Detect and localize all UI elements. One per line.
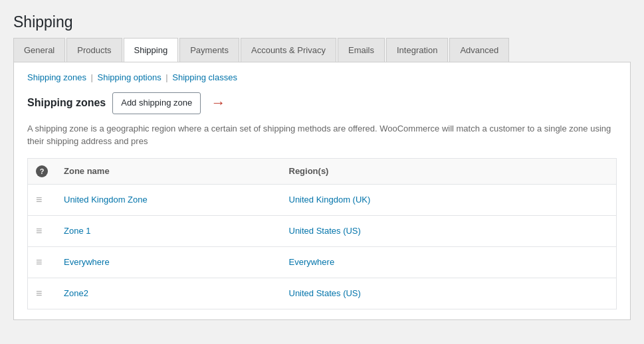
tab-integration[interactable]: Integration	[386, 38, 448, 62]
zone-name-cell: Zone2	[56, 278, 281, 309]
zone-name-link[interactable]: Everywhere	[64, 257, 110, 267]
th-zone-name: Zone name	[56, 158, 281, 184]
region-value: United States (US)	[289, 226, 361, 236]
shipping-zones-table: ? Zone name Region(s) ≡ United Kingdom Z…	[27, 158, 617, 309]
tabs-nav: General Products Shipping Payments Accou…	[13, 38, 631, 62]
arrow-pointer-icon: ←	[211, 94, 225, 112]
region-cell: United States (US)	[281, 278, 617, 309]
region-value: Everywhere	[289, 257, 335, 267]
region-value: United States (US)	[289, 288, 361, 298]
region-cell: United Kingdom (UK)	[281, 184, 617, 215]
sublink-shipping-classes[interactable]: Shipping classes	[172, 72, 237, 82]
zone-name-cell: Zone 1	[56, 215, 281, 246]
sublinks-bar: Shipping zones | Shipping options | Ship…	[27, 72, 617, 82]
drag-handle-icon[interactable]: ≡	[36, 256, 47, 268]
drag-handle-icon[interactable]: ≡	[36, 194, 47, 205]
region-cell: Everywhere	[281, 246, 617, 278]
table-row: ≡ United Kingdom Zone United Kingdom (UK…	[28, 184, 617, 215]
tab-products[interactable]: Products	[66, 38, 122, 62]
tab-payments[interactable]: Payments	[179, 38, 239, 62]
page-title: Shipping	[0, 0, 644, 38]
th-drag: ?	[28, 158, 56, 184]
tab-general[interactable]: General	[13, 38, 65, 62]
drag-handle-cell: ≡	[28, 215, 56, 246]
table-row: ≡ Zone2 United States (US)	[28, 278, 617, 309]
sublink-shipping-options[interactable]: Shipping options	[98, 72, 161, 82]
table-row: ≡ Zone 1 United States (US)	[28, 215, 617, 246]
region-cell: United States (US)	[281, 215, 617, 246]
drag-handle-cell: ≡	[28, 184, 56, 215]
zone-name-link[interactable]: Zone 1	[64, 226, 90, 236]
info-icon: ?	[36, 165, 48, 177]
tab-accounts-privacy[interactable]: Accounts & Privacy	[241, 38, 336, 62]
zone-name-link[interactable]: Zone2	[64, 288, 88, 298]
table-row: ≡ Everywhere Everywhere	[28, 246, 617, 278]
tab-advanced[interactable]: Advanced	[449, 38, 509, 62]
zone-name-cell: United Kingdom Zone	[56, 184, 281, 215]
th-regions: Region(s)	[281, 158, 617, 184]
add-shipping-zone-button[interactable]: Add shipping zone	[112, 92, 201, 114]
zone-name-cell: Everywhere	[56, 246, 281, 278]
zone-name-link[interactable]: United Kingdom Zone	[64, 195, 148, 205]
section-title: Shipping zones	[27, 97, 106, 109]
drag-handle-icon[interactable]: ≡	[36, 225, 47, 236]
tab-shipping[interactable]: Shipping	[124, 38, 179, 62]
section-description: A shipping zone is a geographic region w…	[27, 122, 617, 148]
drag-handle-cell: ≡	[28, 246, 56, 278]
tab-emails[interactable]: Emails	[338, 38, 385, 62]
drag-handle-icon[interactable]: ≡	[36, 288, 47, 299]
section-header: Shipping zones Add shipping zone ←	[27, 92, 617, 114]
table-header-row: ? Zone name Region(s)	[28, 158, 617, 184]
sublink-shipping-zones[interactable]: Shipping zones	[27, 72, 86, 82]
drag-handle-cell: ≡	[28, 278, 56, 309]
region-value: United Kingdom (UK)	[289, 195, 371, 205]
